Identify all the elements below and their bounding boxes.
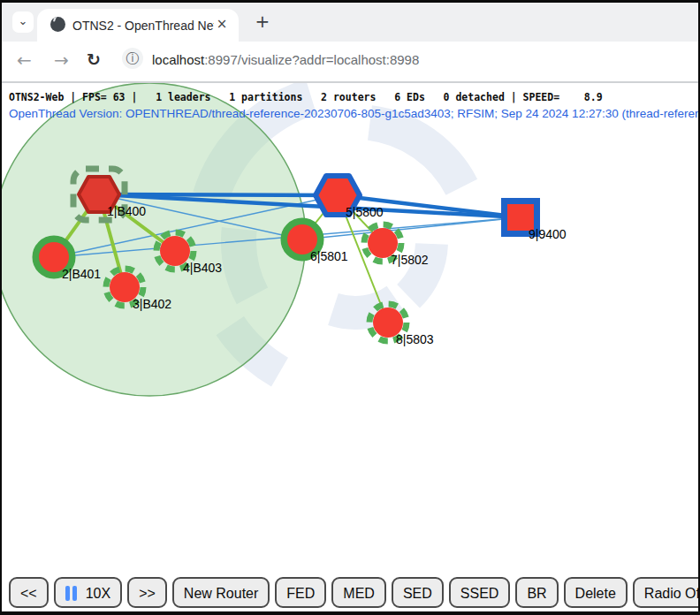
- node-label: 5|5800: [346, 205, 384, 219]
- site-info-icon[interactable]: ⓘ: [122, 48, 143, 69]
- toolbar-button-delete[interactable]: Delete: [564, 577, 628, 608]
- node-label: 2|B401: [62, 267, 101, 281]
- forward-icon[interactable]: →: [54, 49, 69, 71]
- toolbar-button-step-back[interactable]: <<: [9, 577, 49, 608]
- node-label: 4|B403: [183, 261, 222, 275]
- url-host: localhost: [152, 52, 204, 67]
- navigation-bar: ← → ↻ ⓘ localhost:8997/visualize?addr=lo…: [2, 42, 698, 81]
- node-label: 8|5803: [396, 332, 434, 346]
- node-6[interactable]: 6|5801: [285, 222, 348, 263]
- toolbar-button-label: New Router: [184, 586, 258, 601]
- network-topology: 1|B4002|B4013|B4024|B4035|58006|58017|58…: [2, 83, 698, 614]
- version-line: OpenThread Version: OPENTHREAD/thread-re…: [9, 107, 698, 120]
- toolbar-button-label: FED: [286, 586, 315, 601]
- node-9[interactable]: 9|9400: [501, 198, 567, 241]
- back-icon[interactable]: ←: [17, 49, 32, 71]
- toolbar-button-label: BR: [527, 586, 546, 601]
- tab-search-chevron-icon[interactable]: ⌄: [12, 11, 34, 33]
- pause-icon: [65, 586, 80, 607]
- toolbar-button-label: SED: [403, 586, 432, 601]
- address-bar[interactable]: localhost:8997/visualize?addr=localhost:…: [152, 52, 419, 67]
- toolbar-button-fed[interactable]: FED: [275, 577, 326, 608]
- toolbar-button-label: Radio Off: [644, 586, 700, 601]
- toolbar-button-label: SSED: [460, 586, 499, 601]
- toolbar-button-label: MED: [343, 586, 375, 601]
- simulation-canvas[interactable]: 1|B4002|B4013|B4024|B4035|58006|58017|58…: [2, 83, 698, 614]
- link-thin-6-9: [302, 217, 521, 239]
- toolbar-button-speed[interactable]: 10X: [54, 577, 122, 608]
- node-5[interactable]: 5|5800: [316, 176, 384, 219]
- node-label: 6|5801: [310, 249, 348, 263]
- new-tab-button[interactable]: +: [252, 11, 273, 33]
- toolbar-button-label: Delete: [575, 586, 616, 601]
- simulation-toolbar: <<10X>>New RouterFEDMEDSEDSSEDBRDeleteRa…: [9, 577, 700, 609]
- node-label: 9|9400: [529, 227, 567, 241]
- url-path: :8997/visualize?addr=localhost:8998: [204, 52, 419, 67]
- toolbar-button-ssed[interactable]: SSED: [449, 577, 511, 608]
- toolbar-button-sed[interactable]: SED: [392, 577, 444, 608]
- node-label: 7|5802: [391, 253, 429, 267]
- toolbar-button-new-router[interactable]: New Router: [172, 577, 270, 608]
- toolbar-button-radio-off[interactable]: Radio Off: [633, 577, 700, 608]
- toolbar-button-med[interactable]: MED: [331, 577, 386, 608]
- status-line: OTNS2-Web | FPS= 63 | 1 leaders 1 partit…: [9, 91, 603, 103]
- toolbar-button-label: 10X: [86, 586, 110, 601]
- node-label: 3|B402: [133, 297, 171, 311]
- toolbar-button-label: <<: [20, 586, 37, 601]
- browser-window: ⌄ OTNS2 - OpenThread Network Simulator ×…: [0, 0, 700, 615]
- tab-close-icon[interactable]: ×: [214, 17, 230, 33]
- toolbar-button-label: >>: [139, 586, 156, 601]
- toolbar-button-br[interactable]: BR: [515, 577, 558, 608]
- toolbar-button-step-fwd[interactable]: >>: [127, 577, 167, 608]
- browser-tab[interactable]: OTNS2 - OpenThread Network Simulator ×: [37, 9, 239, 42]
- tab-strip: ⌄ OTNS2 - OpenThread Network Simulator ×…: [2, 3, 698, 42]
- tab-title: OTNS2 - OpenThread Network Simulator: [72, 19, 214, 34]
- reload-icon[interactable]: ↻: [87, 49, 101, 69]
- node-label: 1|B400: [107, 204, 146, 218]
- globe-favicon-icon: [50, 17, 65, 32]
